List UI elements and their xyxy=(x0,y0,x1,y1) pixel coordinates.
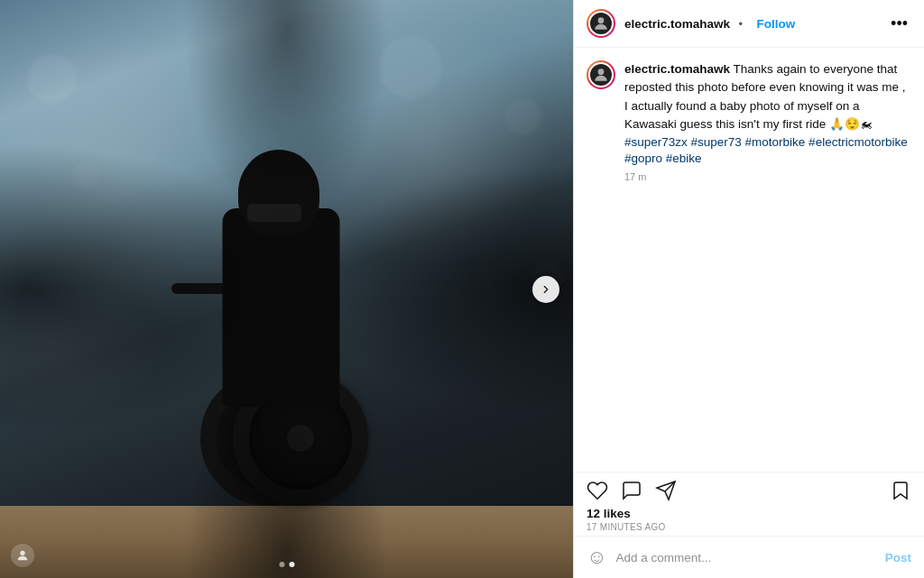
header-avatar[interactable] xyxy=(588,11,614,36)
dot-2 xyxy=(289,562,294,567)
header-avatar-ring xyxy=(587,9,615,38)
post-comment-button[interactable]: Post xyxy=(885,551,911,564)
header-user-info: electric.tomahawk • Follow xyxy=(624,15,887,32)
comment-box: ☺ Post xyxy=(574,536,924,578)
caption-area: electric.tomahawk Thanks again to everyo… xyxy=(574,48,924,472)
likes-count: 12 likes xyxy=(587,507,911,520)
photo-dots-indicator xyxy=(279,562,294,567)
svg-point-1 xyxy=(598,17,605,23)
action-icons-left xyxy=(587,480,677,501)
share-button[interactable] xyxy=(655,480,677,501)
comment-button[interactable] xyxy=(621,480,642,501)
post-photo xyxy=(0,0,573,578)
svg-point-0 xyxy=(20,551,24,555)
frame-overlay xyxy=(0,0,573,578)
caption-username[interactable]: electric.tomahawk xyxy=(624,62,730,76)
caption-hashtags[interactable]: #super73zx #super73 #motorbike #electric… xyxy=(624,135,908,165)
caption-time: 17 m xyxy=(624,171,911,182)
post-time-ago: 17 MINUTES AGO xyxy=(587,522,911,532)
photo-user-icon[interactable] xyxy=(11,544,34,567)
next-photo-button[interactable] xyxy=(532,276,559,303)
svg-point-2 xyxy=(598,69,605,75)
action-icons-row xyxy=(587,480,911,501)
more-options-button[interactable]: ••• xyxy=(887,14,911,33)
caption-avatar[interactable] xyxy=(588,62,614,87)
emoji-button[interactable]: ☺ xyxy=(587,546,606,569)
caption-avatar-ring xyxy=(587,60,615,89)
bookmark-button[interactable] xyxy=(890,480,911,501)
post-header: electric.tomahawk • Follow ••• xyxy=(574,0,924,48)
caption-row: electric.tomahawk Thanks again to everyo… xyxy=(587,60,911,182)
header-username[interactable]: electric.tomahawk xyxy=(624,17,730,31)
follow-button[interactable]: Follow xyxy=(757,17,796,31)
header-dot: • xyxy=(739,17,744,31)
comment-input[interactable] xyxy=(615,551,884,564)
dot-1 xyxy=(279,562,284,567)
actions-bar: 12 likes 17 MINUTES AGO xyxy=(574,472,924,536)
like-button[interactable] xyxy=(587,480,608,501)
caption-text-block: electric.tomahawk Thanks again to everyo… xyxy=(624,60,911,182)
post-detail-panel: electric.tomahawk • Follow ••• electric.… xyxy=(573,0,924,578)
